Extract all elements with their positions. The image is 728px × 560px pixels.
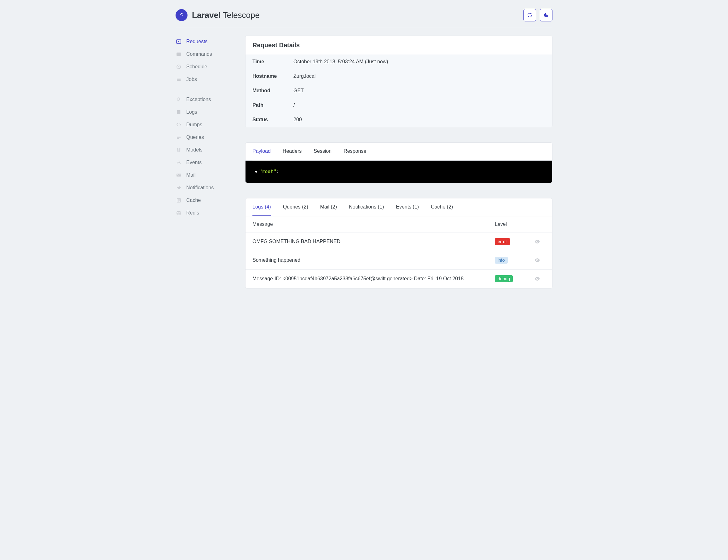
theme-toggle-button[interactable] bbox=[540, 9, 552, 21]
events-icon bbox=[176, 159, 182, 166]
sidebar-item-label: Jobs bbox=[186, 77, 197, 82]
notifications-icon bbox=[176, 185, 182, 191]
payload-tab[interactable]: Headers bbox=[283, 143, 302, 160]
brand: Laravel Telescope bbox=[176, 9, 260, 21]
detail-row: TimeOctober 19th 2018, 5:03:24 AM (Just … bbox=[246, 55, 552, 69]
svg-point-2 bbox=[182, 15, 183, 16]
sidebar-item-label: Schedule bbox=[186, 64, 207, 70]
level-badge: debug bbox=[495, 275, 513, 282]
detail-label: Time bbox=[252, 59, 293, 65]
log-row: Something happened info bbox=[246, 251, 552, 270]
svg-point-11 bbox=[537, 260, 538, 261]
header: Laravel Telescope bbox=[176, 0, 552, 28]
sidebar-item-label: Dumps bbox=[186, 122, 202, 128]
log-row: Message-ID: <00951bcdaf4b63972a5a233fa6c… bbox=[246, 270, 552, 288]
detail-label: Status bbox=[252, 117, 293, 123]
telescope-logo-icon bbox=[176, 9, 188, 21]
related-entries-card: Logs (4)Queries (2)Mail (2)Notifications… bbox=[245, 198, 552, 288]
sidebar-item-label: Redis bbox=[186, 210, 199, 216]
col-header-message: Message bbox=[252, 222, 495, 227]
svg-point-9 bbox=[177, 211, 181, 213]
payload-tab[interactable]: Session bbox=[314, 143, 332, 160]
payload-tab[interactable]: Response bbox=[344, 143, 366, 160]
svg-rect-6 bbox=[177, 110, 181, 114]
view-entry-icon[interactable] bbox=[529, 276, 545, 282]
sidebar-item-label: Commands bbox=[186, 51, 212, 57]
sidebar-item-label: Cache bbox=[186, 198, 201, 203]
view-entry-icon[interactable] bbox=[529, 257, 545, 263]
detail-label: Method bbox=[252, 88, 293, 94]
sidebar-item-cache[interactable]: Cache bbox=[176, 194, 234, 206]
level-badge: info bbox=[495, 257, 508, 264]
detail-value: GET bbox=[293, 88, 304, 94]
sidebar-item-models[interactable]: Models bbox=[176, 144, 234, 156]
jobs-icon bbox=[176, 76, 182, 83]
sidebar-item-jobs[interactable]: Jobs bbox=[176, 73, 234, 85]
sidebar-item-requests[interactable]: Requests bbox=[176, 36, 234, 48]
related-tab[interactable]: Notifications (1) bbox=[349, 199, 384, 216]
payload-card: PayloadHeadersSessionResponse ▼"root": bbox=[245, 142, 552, 183]
detail-value: Zurg.local bbox=[293, 73, 315, 79]
mail-icon bbox=[176, 172, 182, 178]
brand-title: Laravel Telescope bbox=[192, 10, 260, 20]
sidebar-item-mail[interactable]: Mail bbox=[176, 169, 234, 181]
svg-point-12 bbox=[537, 278, 538, 279]
related-tab[interactable]: Queries (2) bbox=[283, 199, 308, 216]
col-header-level: Level bbox=[495, 222, 529, 227]
detail-label: Path bbox=[252, 102, 293, 108]
schedule-icon bbox=[176, 64, 182, 70]
related-tab[interactable]: Mail (2) bbox=[320, 199, 337, 216]
sidebar-item-redis[interactable]: Redis bbox=[176, 207, 234, 219]
refresh-button[interactable] bbox=[523, 9, 536, 21]
sidebar-item-label: Mail bbox=[186, 172, 195, 178]
related-tab[interactable]: Events (1) bbox=[396, 199, 419, 216]
svg-rect-7 bbox=[176, 174, 181, 177]
sidebar-item-queries[interactable]: Queries bbox=[176, 131, 234, 143]
sidebar-item-label: Models bbox=[186, 147, 203, 153]
detail-row: Status200 bbox=[246, 113, 552, 127]
sidebar-item-commands[interactable]: Commands bbox=[176, 48, 234, 60]
sidebar-item-notifications[interactable]: Notifications bbox=[176, 182, 234, 194]
svg-point-10 bbox=[537, 241, 538, 242]
log-message: OMFG SOMETHING BAD HAPPENED bbox=[252, 239, 495, 245]
detail-value: 200 bbox=[293, 117, 302, 123]
log-message: Something happened bbox=[252, 257, 495, 263]
log-row: OMFG SOMETHING BAD HAPPENED error bbox=[246, 233, 552, 251]
dumps-icon bbox=[176, 122, 182, 128]
level-badge: error bbox=[495, 238, 510, 245]
sidebar-item-label: Events bbox=[186, 160, 202, 165]
sidebar-item-events[interactable]: Events bbox=[176, 157, 234, 169]
requests-icon bbox=[176, 38, 182, 45]
request-details-card: Request Details TimeOctober 19th 2018, 5… bbox=[245, 36, 552, 127]
sidebar-item-label: Logs bbox=[186, 109, 197, 115]
sidebar-item-logs[interactable]: Logs bbox=[176, 106, 234, 118]
payload-viewer[interactable]: ▼"root": bbox=[246, 161, 552, 183]
sidebar-item-schedule[interactable]: Schedule bbox=[176, 61, 234, 73]
view-entry-icon[interactable] bbox=[529, 239, 545, 245]
sidebar-item-label: Exceptions bbox=[186, 97, 211, 102]
payload-tab[interactable]: Payload bbox=[252, 143, 271, 160]
commands-icon bbox=[176, 51, 182, 57]
sidebar-item-exceptions[interactable]: Exceptions bbox=[176, 94, 234, 106]
exceptions-icon bbox=[176, 96, 182, 103]
detail-row: HostnameZurg.local bbox=[246, 69, 552, 84]
detail-row: Path/ bbox=[246, 98, 552, 113]
related-tab[interactable]: Logs (4) bbox=[252, 199, 271, 216]
log-message: Message-ID: <00951bcdaf4b63972a5a233fa6c… bbox=[252, 276, 495, 281]
svg-point-0 bbox=[180, 14, 181, 15]
card-title: Request Details bbox=[246, 36, 552, 55]
redis-icon bbox=[176, 210, 182, 216]
sidebar: Requests Commands Schedule Jobs Exceptio… bbox=[176, 36, 234, 303]
log-table-header: Message Level bbox=[246, 217, 552, 233]
related-tab[interactable]: Cache (2) bbox=[431, 199, 453, 216]
models-icon bbox=[176, 147, 182, 153]
sidebar-item-label: Notifications bbox=[186, 185, 214, 191]
queries-icon bbox=[176, 134, 182, 141]
detail-row: MethodGET bbox=[246, 84, 552, 98]
sidebar-item-label: Queries bbox=[186, 135, 204, 140]
svg-rect-4 bbox=[176, 53, 181, 56]
detail-label: Hostname bbox=[252, 73, 293, 79]
logs-icon bbox=[176, 109, 182, 115]
detail-value: / bbox=[293, 102, 295, 108]
sidebar-item-dumps[interactable]: Dumps bbox=[176, 119, 234, 131]
